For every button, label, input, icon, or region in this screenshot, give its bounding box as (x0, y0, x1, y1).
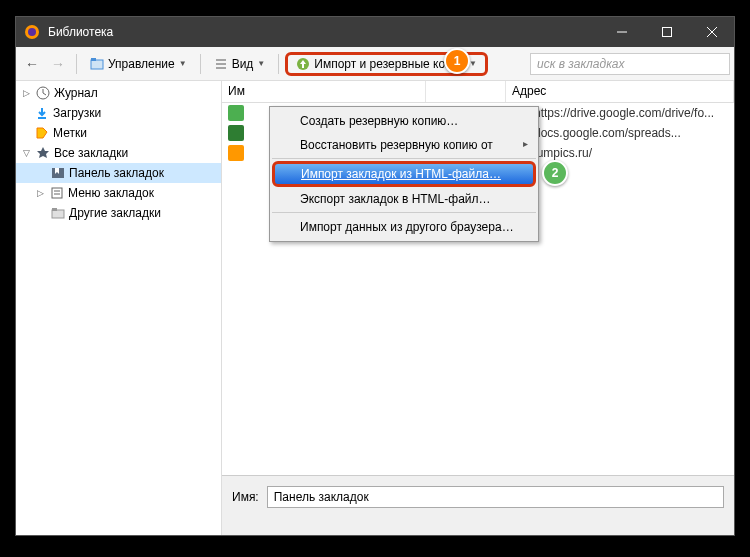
import-icon (296, 57, 310, 71)
cell-address: docs.google.com/spreads... (534, 126, 734, 140)
svg-rect-17 (52, 188, 62, 198)
titlebar: Библиотека (16, 17, 734, 47)
name-field[interactable] (267, 486, 724, 508)
clock-icon (35, 85, 51, 101)
favicon-icon (228, 125, 244, 141)
svg-point-1 (28, 28, 36, 36)
svg-line-14 (43, 93, 46, 95)
column-tags[interactable] (426, 81, 506, 102)
download-icon (34, 105, 50, 121)
details-panel: Имя: (222, 475, 734, 535)
sidebar-item-downloads[interactable]: Загрузки (16, 103, 221, 123)
import-backup-menu: Создать резервную копию… Восстановить ре… (269, 106, 539, 242)
sidebar-item-other-bookmarks[interactable]: Другие закладки (16, 203, 221, 223)
organize-button[interactable]: Управление ▼ (83, 53, 194, 75)
cell-address: https://drive.google.com/drive/fo... (534, 106, 734, 120)
window-title: Библиотека (48, 25, 599, 39)
svg-rect-6 (91, 60, 103, 69)
menu-item-restore[interactable]: Восстановить резервную копию от (272, 133, 536, 159)
annotation-badge-2: 2 (542, 160, 568, 186)
sidebar-item-all-bookmarks[interactable]: ▽ Все закладки (16, 143, 221, 163)
close-button[interactable] (689, 17, 734, 47)
sidebar-item-tags[interactable]: Метки (16, 123, 221, 143)
sidebar-item-bookmarks-toolbar[interactable]: Панель закладок (16, 163, 221, 183)
tag-icon (34, 125, 50, 141)
column-address[interactable]: Адрес (506, 81, 734, 102)
back-button[interactable]: ← (20, 54, 44, 74)
tree-label: Метки (53, 126, 87, 140)
forward-button: → (46, 54, 70, 74)
library-window: Библиотека ← → Управление ▼ Вид ▼ Импорт… (15, 16, 735, 536)
sidebar: ▷ Журнал Загрузки Метки ▽ Все закладки П… (16, 81, 222, 535)
cell-address: lumpics.ru/ (534, 146, 734, 160)
bookmark-menu-icon (49, 185, 65, 201)
expand-icon[interactable]: ▷ (20, 88, 32, 98)
collapse-icon[interactable]: ▽ (20, 148, 32, 158)
folder-icon (50, 205, 66, 221)
views-button[interactable]: Вид ▼ (207, 53, 273, 75)
bookmark-list: https://drive.google.com/drive/fo... doc… (222, 103, 734, 475)
list-header: Им Адрес (222, 81, 734, 103)
favicon-icon (228, 145, 244, 161)
menu-item-import-browser[interactable]: Импорт данных из другого браузера… (272, 215, 536, 239)
content-area: Им Адрес https://drive.google.com/drive/… (222, 81, 734, 535)
menu-item-export-html[interactable]: Экспорт закладок в HTML-файл… (272, 187, 536, 213)
svg-rect-21 (52, 208, 57, 211)
organize-label: Управление (108, 57, 175, 71)
tree-label: Панель закладок (69, 166, 164, 180)
chevron-down-icon: ▼ (257, 59, 265, 68)
annotation-badge-1: 1 (444, 48, 470, 74)
tree-label: Журнал (54, 86, 98, 100)
menu-item-backup[interactable]: Создать резервную копию… (272, 109, 536, 133)
expand-icon[interactable]: ▷ (34, 188, 46, 198)
organize-icon (90, 57, 104, 71)
views-label: Вид (232, 57, 254, 71)
tree-label: Загрузки (53, 106, 101, 120)
views-icon (214, 57, 228, 71)
import-backup-label: Импорт и резервные копии (314, 57, 465, 71)
star-icon (35, 145, 51, 161)
column-name[interactable]: Им (222, 81, 426, 102)
svg-rect-20 (52, 210, 64, 218)
sidebar-item-bookmarks-menu[interactable]: ▷ Меню закладок (16, 183, 221, 203)
menu-item-import-html[interactable]: Импорт закладок из HTML-файла… (272, 161, 536, 187)
toolbar: ← → Управление ▼ Вид ▼ Импорт и резервны… (16, 47, 734, 81)
tree-label: Все закладки (54, 146, 128, 160)
tree-label: Меню закладок (68, 186, 154, 200)
maximize-button[interactable] (644, 17, 689, 47)
bookmark-toolbar-icon (50, 165, 66, 181)
favicon-icon (228, 105, 244, 121)
svg-rect-7 (91, 58, 96, 61)
tree-label: Другие закладки (69, 206, 161, 220)
name-field-label: Имя: (232, 486, 259, 504)
search-input[interactable]: иск в закладках (530, 53, 730, 75)
sidebar-item-history[interactable]: ▷ Журнал (16, 83, 221, 103)
chevron-down-icon: ▼ (469, 59, 477, 68)
firefox-icon (24, 24, 40, 40)
minimize-button[interactable] (599, 17, 644, 47)
svg-rect-3 (662, 28, 671, 37)
chevron-down-icon: ▼ (179, 59, 187, 68)
